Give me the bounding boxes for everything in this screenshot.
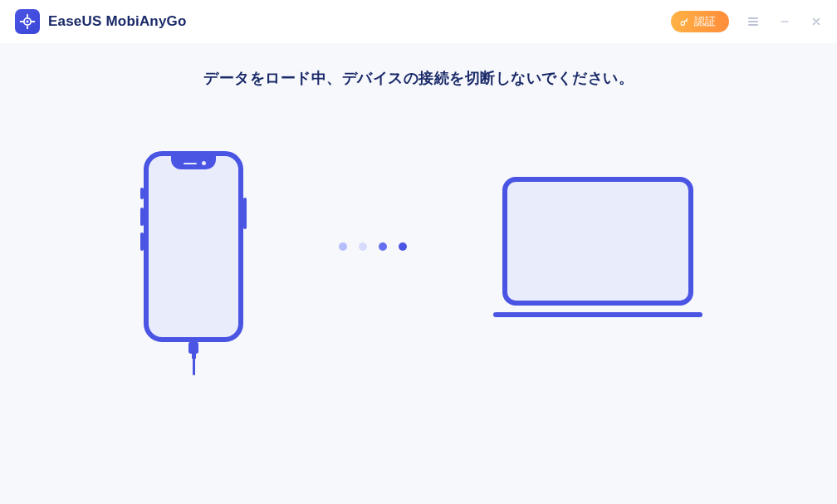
- loading-dots-icon: [339, 242, 407, 251]
- app-logo-icon: [15, 9, 40, 34]
- window-controls: [744, 12, 825, 31]
- smartphone-icon: [144, 151, 243, 342]
- connection-illustration: [0, 151, 837, 342]
- certification-label: 認証: [694, 14, 716, 29]
- phone-power-button-icon: [243, 198, 247, 229]
- loading-dot: [339, 242, 347, 251]
- loading-dot: [359, 242, 367, 251]
- svg-point-1: [27, 21, 29, 23]
- smartphone-illustration: [131, 151, 256, 342]
- laptop-base-icon: [493, 312, 702, 317]
- laptop-illustration: [490, 177, 706, 317]
- cable-icon: [188, 342, 198, 375]
- menu-button[interactable]: [744, 12, 762, 31]
- close-icon: [810, 16, 822, 27]
- loading-dot: [399, 242, 407, 251]
- app-title: EaseUS MobiAnyGo: [48, 13, 187, 30]
- phone-side-button-icon: [140, 188, 144, 199]
- minimize-icon: [779, 16, 790, 27]
- hamburger-icon: [746, 15, 760, 28]
- phone-side-button-icon: [140, 208, 144, 226]
- titlebar: EaseUS MobiAnyGo 認証: [0, 0, 837, 43]
- phone-camera-icon: [202, 161, 206, 165]
- main-content: データをロード中、デバイスの接続を切断しないでください。: [0, 43, 837, 504]
- phone-side-button-icon: [140, 232, 144, 251]
- titlebar-right: 認証: [671, 11, 825, 32]
- phone-speaker-icon: [184, 163, 197, 165]
- loading-status-message: データをロード中、デバイスの接続を切断しないでください。: [0, 68, 837, 88]
- certification-button[interactable]: 認証: [671, 11, 729, 32]
- laptop-icon: [502, 177, 693, 306]
- key-icon: [679, 17, 690, 27]
- minimize-button[interactable]: [776, 12, 794, 31]
- loading-dot: [379, 242, 387, 251]
- close-button[interactable]: [807, 12, 825, 31]
- app-branding: EaseUS MobiAnyGo: [15, 9, 187, 34]
